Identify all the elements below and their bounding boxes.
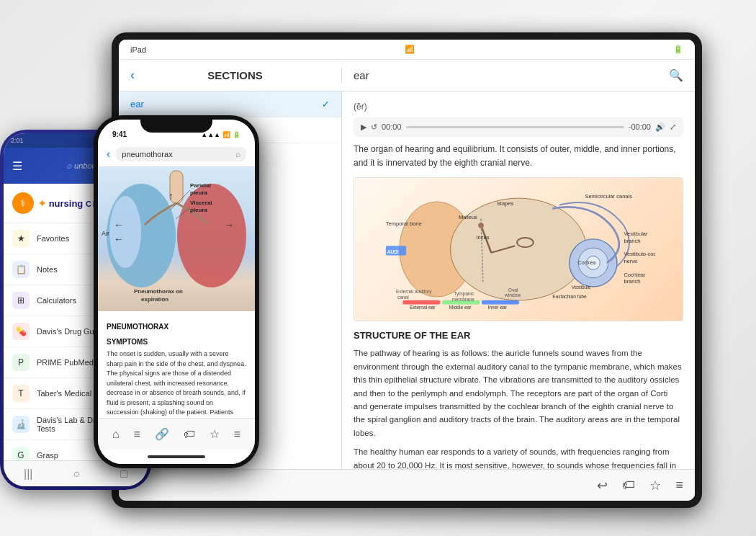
tablet-content-title: ear (354, 69, 369, 81)
svg-text:canal: canal (397, 295, 409, 300)
phone-battery-icon: 🔋 (233, 131, 240, 138)
svg-text:External ear: External ear (410, 305, 436, 310)
svg-text:Vestibule: Vestibule (572, 285, 591, 290)
phone-wifi-icon: 📶 (222, 131, 230, 138)
play-icon[interactable]: ▶ (361, 121, 366, 133)
phone-lines-icon[interactable]: ||| (24, 468, 32, 481)
phone-link-icon[interactable]: 🔗 (155, 427, 169, 441)
scene: iPad 📶 🔋 ‹ SECTIONS ear 🔍 (0, 0, 756, 536)
tablet-main-content: (ĕr) ▶ ↺ 00:00 -00:00 🔊 ⤢ The organ of h… (342, 91, 695, 469)
audio-progress-bar[interactable] (406, 126, 624, 128)
svg-text:Oval: Oval (508, 287, 518, 292)
phone-tag-icon[interactable]: 🏷 (184, 428, 195, 441)
svg-rect-24 (402, 300, 440, 305)
svg-text:expiration: expiration (141, 296, 168, 303)
tablet-sections-title: SECTIONS (140, 69, 330, 81)
phone-content: ← ← → ↑ Parietal pleura Visceral pleura (98, 167, 255, 418)
phone-list-icon[interactable]: ≡ (134, 428, 140, 441)
svg-text:Inner ear: Inner ear (488, 305, 508, 310)
svg-text:AUDI: AUDI (387, 249, 399, 254)
phone-search-bar[interactable]: pneumothorax ⌕ (116, 147, 246, 161)
svg-text:nerve: nerve (624, 258, 637, 264)
audio-time-end: -00:00 (629, 121, 651, 133)
phone-star-icon[interactable]: ☆ (210, 427, 220, 441)
tablet-audio-bar[interactable]: ▶ ↺ 00:00 -00:00 🔊 ⤢ (354, 117, 683, 137)
svg-text:branch: branch (624, 237, 640, 244)
tablet-nav-left: ‹ SECTIONS (119, 68, 342, 83)
phone-bottom-bar: ⌂ ≡ 🔗 🏷 ☆ ≡ (98, 418, 255, 450)
tablet-tag-icon[interactable]: 🏷 (622, 478, 635, 493)
tablet-search-icon[interactable]: 🔍 (669, 68, 683, 82)
tablet-bottom-bar: ↩ 🏷 ☆ ≡ (119, 469, 695, 501)
svg-text:pleura: pleura (190, 207, 208, 213)
hamburger-icon[interactable]: ☰ (12, 159, 22, 173)
phone-search-icon[interactable]: ⌕ (235, 149, 240, 159)
tablet-status-left: iPad (130, 45, 146, 54)
calculators-icon: ⊞ (12, 292, 30, 309)
svg-text:←: ← (114, 233, 124, 245)
sidebar-item-ear-label: ear (130, 99, 144, 110)
tablet-nav-right: ear 🔍 (342, 68, 695, 82)
repeat-icon[interactable]: ↺ (371, 121, 377, 133)
svg-text:Middle ear: Middle ear (449, 305, 472, 310)
tablet-share-icon[interactable]: ↩ (597, 478, 608, 493)
svg-text:pleura: pleura (190, 189, 208, 196)
volume-icon[interactable]: 🔊 (655, 121, 665, 133)
tablet-wifi-icon: 📶 (405, 45, 415, 54)
grasp-icon: G (12, 447, 30, 460)
svg-point-40 (109, 196, 141, 268)
symptoms-heading: SYMPTOMS (107, 336, 246, 347)
phone-nav: ‹ pneumothorax ⌕ (98, 141, 255, 167)
svg-text:membrane: membrane (451, 297, 474, 302)
grasp-label: Grasp (37, 451, 58, 460)
tablet-status-bar: iPad 📶 🔋 (119, 40, 695, 60)
favorites-icon: ★ (12, 230, 30, 247)
tablet-structure-heading: STRUCTURE OF THE EAR (354, 329, 683, 343)
tablet-structure-text: The pathway of hearing is as follows: th… (354, 347, 683, 439)
svg-text:Malleus: Malleus (459, 213, 477, 220)
drug-guide-icon: 💊 (12, 323, 30, 340)
svg-text:window: window (504, 292, 521, 298)
audio-time-start: 00:00 (382, 121, 402, 133)
favorites-label: Favorites (37, 234, 69, 243)
tablet-nav-bar: ‹ SECTIONS ear 🔍 (119, 60, 695, 91)
tablet-favorite-icon[interactable]: ☆ (649, 478, 661, 493)
svg-text:Cochlear: Cochlear (624, 272, 646, 278)
tablet-battery-icon: 🔋 (673, 45, 683, 54)
svg-text:Incus: Incus (476, 234, 489, 241)
check-icon: ✓ (322, 99, 330, 110)
small-phone-time: 2:01 (11, 137, 24, 144)
phone-time: 9:41 (112, 130, 127, 138)
main-phone-device: 9:41 ▲▲▲ 📶 🔋 ‹ pneumothorax ⌕ (94, 115, 259, 468)
phone-notch (140, 115, 212, 133)
tablet-back-button[interactable]: ‹ (130, 68, 135, 83)
phone-back-button[interactable]: ‹ (107, 148, 110, 161)
phone-text-content: PNEUMOTHORAX SYMPTOMS The onset is sudde… (98, 311, 255, 418)
tablet-description: The organ of hearing and equilibrium. It… (354, 143, 683, 170)
phone-menu-icon[interactable]: ≡ (234, 428, 240, 441)
svg-text:Air: Air (102, 230, 109, 237)
pneumothorax-svg: ← ← → ↑ Parietal pleura Visceral pleura (98, 167, 255, 311)
svg-rect-26 (482, 300, 519, 305)
phone-signal-icon: ▲▲▲ (201, 131, 220, 138)
svg-text:Temporal bone: Temporal bone (386, 220, 422, 227)
expand-icon[interactable]: ⤢ (670, 121, 676, 133)
svg-text:Vestibular: Vestibular (624, 231, 648, 237)
svg-text:→: → (224, 219, 234, 231)
nursing-title: nursing (49, 198, 84, 209)
svg-text:Semicircular canals: Semicircular canals (585, 193, 633, 200)
notes-icon: 📋 (12, 261, 30, 278)
tablet-healthy-ear-text: The healthy human ear responds to a vari… (354, 445, 683, 469)
tablet-menu-icon[interactable]: ≡ (675, 478, 683, 493)
davis-lab-icon: 🔬 (12, 416, 30, 433)
phone-home-indicator (98, 450, 255, 464)
svg-text:branch: branch (624, 278, 640, 285)
tablet-phonetic: (ĕr) (354, 100, 683, 113)
phone-screen: 9:41 ▲▲▲ 📶 🔋 ‹ pneumothorax ⌕ (98, 120, 255, 464)
svg-text:Pneumothorax on: Pneumothorax on (134, 288, 183, 295)
svg-text:Eustachian tube: Eustachian tube (552, 294, 587, 299)
phone-home-btn[interactable]: ⌂ (112, 428, 120, 441)
phone-back-icon[interactable]: □ (120, 468, 127, 481)
sidebar-item-ear[interactable]: ear ✓ (119, 91, 341, 117)
phone-home-icon[interactable]: ○ (73, 468, 81, 481)
